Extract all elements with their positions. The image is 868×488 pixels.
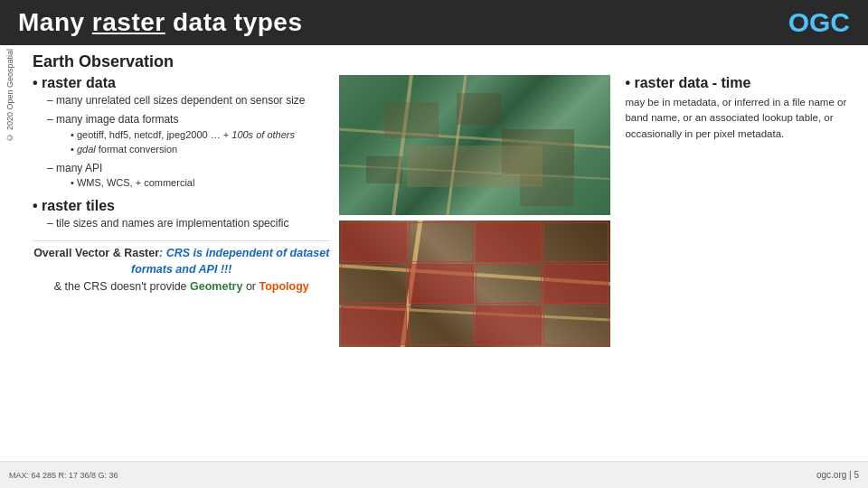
sub-item-image-formats: – many image data formats geotiff, hdf5,… xyxy=(47,112,330,157)
footer-italic-blue: : CRS is independent of dataset formats … xyxy=(131,247,329,277)
svg-line-0 xyxy=(393,75,411,215)
tile-2 xyxy=(409,222,475,262)
main-content: Earth Observation raster data – many unr… xyxy=(20,45,868,461)
content-row: raster data – many unrelated cell sizes … xyxy=(33,75,855,455)
bottom-bar: MAX: 64 285 R: 17 36/8 G: 36 ogc.org | 5 xyxy=(0,461,868,488)
svg-rect-6 xyxy=(502,129,574,174)
svg-rect-7 xyxy=(366,156,402,183)
sidebar-copyright: © 2020 Open Geospatial xyxy=(5,49,15,142)
ogc-logo: OGC xyxy=(788,7,850,38)
format-list: geotiff, hdf5, netcdf, jpeg2000 … + 100s… xyxy=(71,127,330,157)
api-list: WMS, WCS, + commercial xyxy=(71,175,330,191)
footer-line2: & the CRS doesn't provide xyxy=(54,280,190,293)
bullet-raster-data: raster data xyxy=(33,75,330,91)
raster-time-desc: may be in metadata, or inferred in a fil… xyxy=(625,95,855,142)
tile-11 xyxy=(476,305,542,345)
street-overlay xyxy=(339,75,610,215)
sub-label-cell-sizes: – many unrelated cell sizes dependent on… xyxy=(47,93,330,108)
svg-rect-5 xyxy=(457,93,502,125)
title-suffix: data types xyxy=(165,8,303,36)
tile-4 xyxy=(543,222,609,262)
title-prefix: Many xyxy=(18,8,92,36)
section-title: Earth Observation xyxy=(33,52,855,71)
tile-1 xyxy=(341,222,407,262)
api-item-1: WMS, WCS, + commercial xyxy=(71,175,330,191)
tile-12 xyxy=(543,305,609,345)
sidebar: © 2020 Open Geospatial xyxy=(0,45,20,461)
page-number: ogc.org | 5 xyxy=(816,470,859,480)
tile-9 xyxy=(341,305,407,345)
tile-6 xyxy=(409,264,475,304)
tile-5 xyxy=(341,264,407,304)
header-bar: Many raster data types OGC xyxy=(0,0,868,45)
footer-geometry: Geometry xyxy=(190,280,242,293)
coord-text: MAX: 64 285 R: 17 36/8 G: 36 xyxy=(9,471,118,480)
left-column: raster data – many unrelated cell sizes … xyxy=(33,75,330,455)
tile-10 xyxy=(409,305,475,345)
right-column: raster data - time may be in metadata, o… xyxy=(619,75,855,455)
sidebar-text: © 2020 Open Geospatial xyxy=(5,49,14,142)
sub-label-image-formats: – many image data formats xyxy=(47,112,330,127)
sub-label-tiles: – tile sizes and names are implementatio… xyxy=(47,216,330,231)
center-column xyxy=(339,75,610,455)
footer-or: or xyxy=(242,280,259,293)
sat-image-tiles xyxy=(339,221,610,347)
tile-grid-overlay xyxy=(339,221,610,347)
title-underline: raster xyxy=(92,8,165,36)
sub-item-tiles: – tile sizes and names are implementatio… xyxy=(47,216,330,231)
sub-item-api: – many API WMS, WCS, + commercial xyxy=(47,161,330,191)
page-title: Many raster data types xyxy=(18,8,302,37)
sub-item-cell-sizes: – many unrelated cell sizes dependent on… xyxy=(47,93,330,108)
footer-topology: Topology xyxy=(259,280,308,293)
sub-label-api: – many API xyxy=(47,161,330,176)
sat-image-aerial xyxy=(339,75,610,215)
tile-3 xyxy=(476,222,542,262)
footer-statement: Overall Vector & Raster: CRS is independ… xyxy=(33,240,330,296)
raster-time-title: raster data - time xyxy=(625,75,855,91)
raster-tiles-image xyxy=(339,221,610,347)
bullet-raster-tiles: raster tiles xyxy=(33,198,330,214)
tile-8 xyxy=(543,264,609,304)
satellite-image-top xyxy=(339,75,610,215)
svg-rect-8 xyxy=(520,174,574,206)
format-item-1: geotiff, hdf5, netcdf, jpeg2000 … + 100s… xyxy=(71,127,330,143)
bottom-coords: MAX: 64 285 R: 17 36/8 G: 36 xyxy=(9,471,118,480)
format-item-2: gdal format conversion xyxy=(71,142,330,157)
tile-7 xyxy=(476,264,542,304)
footer-bold: Overall Vector & Raster xyxy=(33,247,159,259)
svg-rect-4 xyxy=(384,102,439,138)
